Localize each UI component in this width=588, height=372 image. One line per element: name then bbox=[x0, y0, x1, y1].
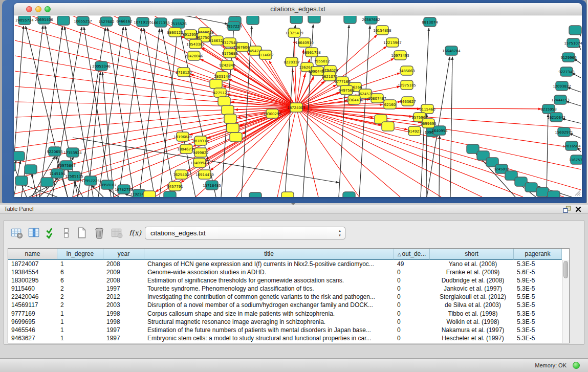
unselect-rows-icon[interactable] bbox=[60, 227, 74, 240]
paper-node[interactable] bbox=[343, 192, 355, 197]
paper-node[interactable]: 20691406 bbox=[35, 16, 53, 24]
cited-node[interactable]: 914923 bbox=[408, 126, 422, 136]
select-all-icon[interactable] bbox=[45, 227, 58, 240]
cited-node[interactable]: 9114682 bbox=[257, 50, 273, 59]
paper-node[interactable]: 20387682 bbox=[362, 16, 380, 24]
cited-node[interactable] bbox=[224, 114, 236, 123]
paper-node[interactable]: 7957224 bbox=[226, 21, 242, 31]
show-columns-icon[interactable] bbox=[28, 227, 41, 240]
paper-node[interactable] bbox=[15, 176, 28, 185]
cited-node[interactable] bbox=[143, 191, 156, 197]
paper-node[interactable] bbox=[164, 191, 176, 197]
paper-node[interactable]: 7515526 bbox=[170, 19, 187, 28]
cited-node[interactable]: 16961758 bbox=[302, 48, 321, 57]
paper-node[interactable]: 24055724 bbox=[15, 16, 34, 25]
cited-node[interactable]: 9699695 bbox=[420, 119, 436, 128]
paper-node[interactable]: 1527602 bbox=[98, 17, 114, 26]
paper-node[interactable]: 15751074 bbox=[564, 38, 582, 48]
cited-node[interactable]: 7625402 bbox=[173, 170, 189, 179]
paper-node[interactable] bbox=[525, 183, 537, 192]
network-view-frame[interactable]: citations_edges.txt 24055724206914061065… bbox=[2, 0, 586, 203]
cited-node[interactable] bbox=[230, 133, 242, 142]
paper-node[interactable] bbox=[548, 191, 560, 197]
paper-node[interactable] bbox=[308, 16, 320, 23]
cited-node[interactable]: 8220337 bbox=[284, 57, 299, 67]
table-row[interactable]: 911546021997Tourette syndrome. Phenomeno… bbox=[8, 285, 569, 293]
cited-node[interactable]: 19196849 bbox=[173, 132, 192, 141]
paper-node[interactable]: 6466162 bbox=[116, 16, 132, 26]
network-window[interactable]: citations_edges.txt 24055724206914061065… bbox=[14, 3, 582, 197]
network-canvas[interactable]: 2405572420691406106552571527602646616210… bbox=[14, 16, 582, 197]
paper-node[interactable]: 1167533 bbox=[569, 155, 582, 164]
citation-network-graph[interactable]: 2405572420691406106552571527602646616210… bbox=[14, 16, 582, 197]
paper-node[interactable]: 8813074 bbox=[422, 17, 438, 27]
new-table-icon[interactable] bbox=[76, 227, 89, 240]
paper-node[interactable]: 9129966 bbox=[560, 53, 577, 62]
float-window-icon[interactable] bbox=[563, 206, 571, 213]
scrollbar-thumb[interactable] bbox=[563, 261, 568, 278]
cited-node[interactable]: 12975185 bbox=[398, 80, 416, 90]
close-panel-icon[interactable] bbox=[575, 206, 582, 213]
paper-node[interactable] bbox=[14, 151, 25, 161]
paper-node[interactable]: 9227343 bbox=[558, 67, 574, 76]
delete-table-icon[interactable] bbox=[93, 227, 106, 240]
paper-node[interactable]: 9220655 bbox=[47, 147, 62, 156]
cited-node[interactable]: 10973493 bbox=[391, 51, 409, 60]
cited-node[interactable]: 16154808 bbox=[373, 26, 391, 35]
table-vertical-scrollbar[interactable] bbox=[562, 260, 569, 343]
cited-node[interactable] bbox=[218, 97, 230, 106]
cited-node[interactable]: 12213967 bbox=[383, 38, 402, 47]
import-table-icon[interactable] bbox=[111, 227, 124, 240]
table-row[interactable]: 969969511998Structural magnetic resonanc… bbox=[8, 318, 569, 326]
cited-node[interactable]: 6497568 bbox=[338, 85, 354, 95]
paper-node[interactable] bbox=[249, 192, 262, 197]
cited-node[interactable] bbox=[281, 192, 294, 197]
cited-node[interactable]: 427512 bbox=[213, 88, 227, 97]
cited-node[interactable]: 9777169 bbox=[334, 77, 350, 86]
paper-node[interactable] bbox=[344, 16, 356, 24]
column-header-in-degree[interactable]: in_degree bbox=[57, 249, 103, 260]
paper-node[interactable]: 15692971 bbox=[555, 127, 573, 137]
network-window-titlebar[interactable]: citations_edges.txt bbox=[14, 3, 582, 15]
column-header-short[interactable]: short bbox=[430, 249, 514, 260]
paper-node[interactable]: 17353924 bbox=[63, 148, 82, 157]
memory-status-indicator[interactable] bbox=[573, 362, 580, 369]
cited-node[interactable]: 9463627 bbox=[400, 97, 416, 106]
cited-node[interactable]: 7955812 bbox=[314, 56, 330, 65]
paper-node[interactable]: 16671355 bbox=[151, 18, 170, 27]
resize-grip-icon[interactable] bbox=[574, 189, 581, 196]
table-row[interactable]: 2242004622012Investigating the contribut… bbox=[8, 293, 569, 301]
table-row[interactable]: 977716911998Corpus callosum shape and si… bbox=[8, 310, 569, 318]
function-builder-icon[interactable]: f(x) bbox=[129, 229, 141, 237]
paper-node[interactable]: 12093822 bbox=[553, 81, 571, 91]
column-header-out-de-[interactable]: △out_de... bbox=[394, 249, 430, 260]
cited-node[interactable] bbox=[382, 122, 394, 131]
paper-node[interactable]: 10655257 bbox=[74, 16, 92, 26]
table-row[interactable]: 1456911722003Disruption of a novel membe… bbox=[8, 301, 569, 309]
cited-node[interactable]: 2718120 bbox=[176, 68, 191, 77]
column-header-pagerank[interactable]: pagerank bbox=[514, 249, 562, 260]
cited-node[interactable]: 8878314 bbox=[192, 136, 209, 145]
paper-node[interactable]: 17957225 bbox=[81, 176, 100, 185]
paper-node[interactable]: 10719195 bbox=[134, 17, 152, 27]
paper-node[interactable]: 16648784 bbox=[442, 46, 461, 55]
table-row[interactable]: 1872400712008Changes of HCN gene express… bbox=[8, 260, 569, 268]
cited-node[interactable]: 62160 bbox=[384, 100, 396, 109]
column-header-title[interactable]: title bbox=[144, 249, 394, 260]
paper-node[interactable] bbox=[247, 16, 259, 25]
cited-node[interactable]: 9175685 bbox=[222, 49, 237, 58]
cited-node[interactable]: 9242848 bbox=[219, 60, 235, 70]
paper-node[interactable] bbox=[57, 16, 70, 25]
table-settings-icon[interactable] bbox=[10, 227, 24, 240]
cited-node[interactable] bbox=[227, 123, 239, 133]
paper-node[interactable] bbox=[41, 178, 53, 187]
table-row[interactable]: 1830029562008Estimation of significance … bbox=[8, 276, 569, 285]
cited-node[interactable]: 7485063 bbox=[399, 66, 415, 75]
table-selector-combobox[interactable]: citations_edges.txt ▲▼ bbox=[145, 227, 345, 239]
table-row[interactable]: 946554611997Estimation of the future num… bbox=[8, 326, 569, 334]
cited-node[interactable]: 9457791 bbox=[167, 182, 183, 191]
cited-node[interactable]: 18640910 bbox=[295, 38, 314, 47]
paper-node[interactable] bbox=[14, 162, 15, 171]
column-header-year[interactable]: year bbox=[103, 249, 144, 260]
cited-node[interactable]: 8860123 bbox=[167, 28, 183, 37]
